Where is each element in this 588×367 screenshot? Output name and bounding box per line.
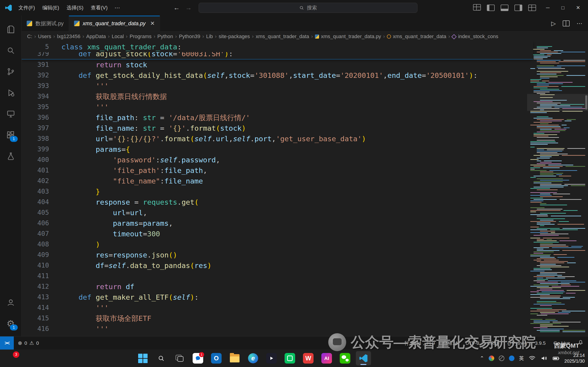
line-number[interactable]: 393 bbox=[22, 81, 49, 91]
taskbar-vscode-icon[interactable] bbox=[356, 351, 371, 365]
breadcrumb-item[interactable]: Users bbox=[38, 33, 51, 40]
status-eol[interactable]: CRLF bbox=[487, 340, 500, 346]
forward-button[interactable]: → bbox=[185, 4, 192, 11]
source-control-icon[interactable] bbox=[0, 61, 21, 82]
tab-data-test[interactable]: 数据测试.py bbox=[22, 16, 69, 31]
taskbar-green-app-icon[interactable] bbox=[282, 351, 298, 365]
code-lines[interactable]: 391 return stock392 def get_stock_daily_… bbox=[22, 59, 533, 334]
taskbar-start-icon[interactable] bbox=[135, 351, 150, 365]
breadcrumb-item[interactable]: index_stock_cons bbox=[452, 33, 498, 40]
line-number[interactable]: 413 bbox=[22, 292, 49, 302]
status-go-live[interactable]: Go Live bbox=[554, 340, 570, 346]
menu-v[interactable]: 查看(V) bbox=[87, 3, 111, 13]
code-line[interactable]: 416 ''' bbox=[22, 324, 533, 334]
run-python-file-button[interactable]: ▷ bbox=[551, 20, 556, 27]
extensions-icon[interactable]: 1 bbox=[0, 125, 21, 146]
scrollbar-thumb[interactable] bbox=[585, 95, 587, 109]
taskbar-outlook-icon[interactable]: O bbox=[209, 351, 224, 365]
search-view-icon[interactable] bbox=[0, 40, 21, 61]
settings-gear-icon[interactable]: ⚙1 bbox=[0, 313, 21, 334]
code-line[interactable]: 400 'password':self.password, bbox=[22, 155, 533, 165]
line-number[interactable]: 408 bbox=[22, 239, 49, 250]
line-number[interactable]: 398 bbox=[22, 133, 49, 144]
menu-f[interactable]: 文件(F) bbox=[15, 3, 39, 13]
taskbar-clipchamp-icon[interactable] bbox=[264, 351, 279, 365]
line-number[interactable]: 394 bbox=[22, 91, 49, 102]
code-line[interactable]: 399 params={ bbox=[22, 144, 533, 155]
code-line[interactable]: 379 def adjust_stock(stock='600031.SH'): bbox=[22, 52, 533, 59]
remote-indicator[interactable]: >< bbox=[0, 336, 14, 350]
tray-volume-icon[interactable] bbox=[540, 355, 548, 362]
line-number[interactable]: 406 bbox=[22, 218, 49, 228]
breadcrumb-item[interactable]: C: bbox=[27, 33, 32, 40]
split-editor-icon[interactable] bbox=[563, 20, 570, 26]
code-line[interactable]: 404 response = requests.get( bbox=[22, 197, 533, 207]
tray-battery-icon[interactable] bbox=[552, 355, 560, 362]
problems-status[interactable]: ⊗ 0 ⚠ 0 bbox=[14, 340, 43, 346]
taskbar-clock[interactable]: 23:142025/1/30 bbox=[564, 352, 585, 364]
taskbar-file-explorer-icon[interactable] bbox=[227, 351, 242, 365]
code-line[interactable]: 5class xms_quant_trader_data: bbox=[22, 42, 533, 52]
breadcrumb-item[interactable]: xms_quant_trader_data bbox=[387, 33, 446, 40]
code-line[interactable]: 410 df=self.data_to_pandas(res) bbox=[22, 260, 533, 271]
minimap[interactable] bbox=[527, 42, 588, 336]
minimap-viewport[interactable] bbox=[527, 94, 588, 111]
status-cursor-position[interactable]: 行 1944，列 9 bbox=[404, 340, 435, 346]
toggle-primary-sidebar-icon[interactable] bbox=[487, 5, 495, 11]
tray-tray-color-app-icon[interactable] bbox=[489, 356, 494, 361]
line-number[interactable]: 399 bbox=[22, 144, 49, 155]
tray-tray-blue-icon[interactable] bbox=[509, 356, 514, 361]
back-button[interactable]: ← bbox=[173, 4, 180, 11]
code-line[interactable]: 406 params=params, bbox=[22, 218, 533, 228]
line-number[interactable]: 395 bbox=[22, 102, 49, 112]
code-line[interactable]: 395 ''' bbox=[22, 102, 533, 112]
tab-xms-quant-trader-data[interactable]: xms_quant_trader_data.py ✕ bbox=[69, 16, 160, 31]
line-number[interactable]: 391 bbox=[22, 59, 49, 70]
taskbar-search-icon[interactable] bbox=[153, 351, 169, 365]
breadcrumb-item[interactable]: site-packages bbox=[219, 33, 250, 40]
status-encoding[interactable]: UTF-8 bbox=[466, 340, 479, 346]
breadcrumb-item[interactable]: AppData bbox=[86, 33, 106, 40]
code-line[interactable]: 402 "file_name":file_name bbox=[22, 176, 533, 186]
taskbar-wechat-icon[interactable] bbox=[337, 351, 353, 365]
taskbar-chat-icon[interactable]: 1 bbox=[190, 351, 205, 365]
breadcrumb-item[interactable]: xms_quant_trader_data.py bbox=[315, 33, 381, 40]
line-number[interactable]: 407 bbox=[22, 228, 49, 239]
line-number[interactable]: 392 bbox=[22, 70, 49, 81]
line-number[interactable]: 403 bbox=[22, 186, 49, 197]
code-line[interactable]: 412 return df bbox=[22, 281, 533, 292]
close-button[interactable]: ✕ bbox=[571, 0, 586, 16]
breadcrumb-item[interactable]: Python39 bbox=[179, 33, 200, 40]
status-python-version[interactable]: 3.9.5 bbox=[535, 340, 546, 346]
layout-grid-icon[interactable] bbox=[528, 5, 536, 11]
breadcrumb-item[interactable]: lxg123456 bbox=[57, 33, 80, 40]
line-number[interactable]: 405 bbox=[22, 207, 49, 218]
minimize-button[interactable]: ─ bbox=[540, 0, 555, 16]
line-number[interactable]: 414 bbox=[22, 302, 49, 313]
line-number[interactable]: 411 bbox=[22, 271, 49, 281]
breadcrumb-item[interactable]: Python bbox=[157, 33, 173, 40]
maximize-button[interactable]: □ bbox=[555, 0, 571, 16]
code-line[interactable]: 413 def get_maker_all_ETF(self): bbox=[22, 292, 533, 302]
code-line[interactable]: 403 } bbox=[22, 186, 533, 197]
code-line[interactable]: 398 url='{}:{}/{}?'.format(self.url,self… bbox=[22, 133, 533, 144]
breadcrumb-item[interactable]: Local bbox=[112, 33, 124, 40]
code-line[interactable]: 405 url=url, bbox=[22, 207, 533, 218]
breadcrumb-item[interactable]: xms_quant_trader_data bbox=[256, 33, 309, 40]
account-icon[interactable] bbox=[0, 292, 21, 313]
code-line[interactable]: 408 ) bbox=[22, 239, 533, 250]
toggle-panel-icon[interactable] bbox=[501, 5, 509, 11]
line-number[interactable]: 415 bbox=[22, 313, 49, 324]
status-indentation[interactable]: 空格: 4 bbox=[443, 340, 458, 346]
code-line[interactable]: 391 return stock bbox=[22, 59, 533, 70]
command-center-search[interactable]: 搜索 bbox=[199, 3, 418, 13]
code-line[interactable]: 407 timeout=300 bbox=[22, 228, 533, 239]
menu-more-button[interactable]: ⋯ bbox=[111, 3, 123, 13]
testing-icon[interactable] bbox=[0, 146, 21, 167]
code-line[interactable]: 401 'file_path':file_path, bbox=[22, 165, 533, 176]
customize-layout-button[interactable]: ⌄ bbox=[473, 4, 481, 11]
taskbar-edge-icon[interactable]: e bbox=[246, 351, 261, 365]
breadcrumb[interactable]: C:›Users›lxg123456›AppData›Local›Program… bbox=[22, 32, 588, 42]
tab-close-icon[interactable]: ✕ bbox=[150, 20, 155, 27]
code-line[interactable]: 394 获取股票日线行情数据 bbox=[22, 91, 533, 102]
